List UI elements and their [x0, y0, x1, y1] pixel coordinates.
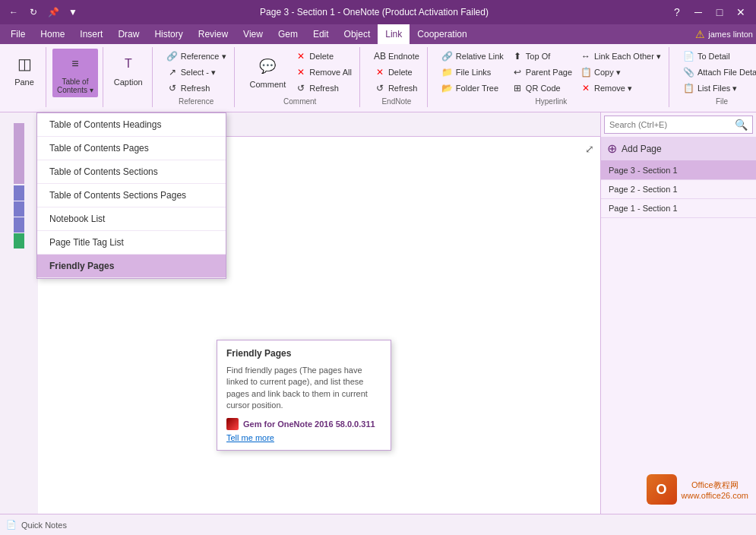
notebook-band-blue3 — [14, 217, 24, 233]
status-left: 📄 Quick Notes — [6, 520, 67, 530]
caption-button[interactable]: T Caption — [109, 49, 147, 90]
tooltip-gem-link[interactable]: Gem for OneNote 2016 58.0.0.311 — [226, 418, 381, 430]
toc-button[interactable]: ≡ Table ofContents ▾ — [52, 49, 98, 97]
comment-button[interactable]: 💬 Comment — [245, 49, 291, 96]
endnote-button[interactable]: AB Endnote — [371, 49, 422, 64]
remove-all-button[interactable]: ✕ Remove All — [292, 65, 355, 80]
close-button[interactable]: ✕ — [732, 5, 750, 20]
endnote-delete-button[interactable]: ✕ Delete — [371, 65, 422, 80]
select-label: Select - ▾ — [181, 68, 216, 78]
menu-file[interactable]: File — [3, 24, 33, 44]
toc-item-page-title-tag[interactable]: Page Title Tag List — [37, 231, 226, 255]
status-bar: 📄 Quick Notes — [0, 514, 756, 535]
menu-edit[interactable]: Edit — [305, 24, 337, 44]
quick-notes-label[interactable]: Quick Notes — [21, 521, 67, 530]
warning-icon: ⚠ — [695, 28, 705, 40]
attach-file-detail-label: Attach File Detail — [697, 68, 756, 77]
relative-link-label: Relative Link — [456, 52, 504, 61]
toc-item-notebook-list[interactable]: Notebook List — [37, 207, 226, 231]
select-button[interactable]: ↗ Select - ▾ — [163, 65, 229, 80]
parent-page-label: Parent Page — [526, 68, 572, 77]
endnote-icon: AB — [374, 50, 386, 62]
minimize-button[interactable]: ─ — [689, 5, 707, 20]
gem-logo-icon — [226, 418, 239, 430]
page-list-item-1[interactable]: Page 2 - Section 1 — [601, 180, 756, 199]
link-each-other-label: Link Each Other ▾ — [594, 52, 661, 62]
tell-me-more-link[interactable]: Tell me more — [226, 433, 381, 442]
endnote-refresh-label: Refresh — [388, 84, 418, 93]
toc-item-headings[interactable]: Table of Contents Headings — [37, 113, 226, 137]
menu-link[interactable]: Link — [378, 24, 410, 44]
status-note-icon: 📄 — [6, 520, 17, 530]
ribbon-group-file: 📄 To Detail 📎 Attach File Detail 📋 List … — [675, 47, 756, 107]
remove-button[interactable]: ✕ Remove ▾ — [577, 81, 664, 96]
page-list-item-2[interactable]: Page 1 - Section 1 — [601, 199, 756, 218]
endnote-group-label: EndNote — [381, 97, 411, 106]
copy-label: Copy ▾ — [594, 68, 621, 78]
top-of-button[interactable]: ⬆ Top Of — [508, 49, 575, 64]
menu-draw[interactable]: Draw — [110, 24, 147, 44]
copy-button[interactable]: 📋 Copy ▾ — [577, 65, 664, 80]
list-files-icon: 📋 — [683, 82, 695, 94]
remove-all-label: Remove All — [309, 68, 352, 77]
file-group-label: File — [716, 97, 728, 106]
menu-history[interactable]: History — [147, 24, 190, 44]
reference-group-label: Reference — [179, 97, 214, 106]
parent-page-button[interactable]: ↩ Parent Page — [508, 65, 575, 80]
toc-item-sections[interactable]: Table of Contents Sections — [37, 160, 226, 184]
add-page-button[interactable]: ⊕ Add Page — [601, 137, 756, 161]
ribbon-group-toc: ≡ Table ofContents ▾ — [48, 47, 103, 107]
forward-icon[interactable]: ↻ — [26, 5, 41, 20]
attach-file-detail-button[interactable]: 📎 Attach File Detail — [680, 65, 756, 80]
toc-item-pages[interactable]: Table of Contents Pages — [37, 137, 226, 160]
menu-home[interactable]: Home — [33, 24, 72, 44]
menu-insert[interactable]: Insert — [72, 24, 110, 44]
comment-refresh-button[interactable]: ↺ Refresh — [292, 81, 355, 96]
relative-link-button[interactable]: 🔗 Relative Link — [438, 49, 507, 64]
notebook-band-green — [14, 233, 24, 249]
toc-item-sections-pages[interactable]: Table of Contents Sections Pages — [37, 184, 226, 207]
folder-tree-button[interactable]: 📂 Folder Tree — [438, 81, 507, 96]
menu-object[interactable]: Object — [337, 24, 378, 44]
back-icon[interactable]: ← — [6, 5, 21, 20]
title-bar: ← ↻ 📌 ▼ Page 3 - Section 1 - OneNote (Pr… — [0, 0, 756, 24]
list-files-button[interactable]: 📋 List Files ▾ — [680, 81, 756, 96]
menu-bar: File Home Insert Draw History Review Vie… — [0, 24, 756, 44]
reference-icon: 🔗 — [166, 50, 179, 62]
remove-label: Remove ▾ — [594, 84, 632, 93]
notebook-band-blue2 — [14, 201, 24, 217]
folder-tree-label: Folder Tree — [456, 84, 498, 93]
hyperlink-group-label: Hyperlink — [536, 97, 568, 106]
office-logo-icon: O — [647, 474, 677, 505]
link-each-other-button[interactable]: ↔ Link Each Other ▾ — [577, 49, 664, 64]
file-links-button[interactable]: 📁 File Links — [438, 65, 507, 80]
endnote-refresh-button[interactable]: ↺ Refresh — [371, 81, 422, 96]
to-detail-button[interactable]: 📄 To Detail — [680, 49, 756, 64]
expand-icon[interactable]: ⤢ — [585, 143, 594, 155]
to-detail-label: To Detail — [697, 52, 730, 61]
remove-icon: ✕ — [580, 82, 592, 94]
search-button[interactable]: 🔍 — [730, 116, 752, 133]
pane-button[interactable]: ◫ Pane — [8, 49, 41, 90]
reference-refresh-label: Refresh — [181, 84, 210, 93]
comment-delete-button[interactable]: ✕ Delete — [292, 49, 355, 64]
menu-gem[interactable]: Gem — [270, 24, 305, 44]
comment-delete-icon: ✕ — [295, 50, 307, 62]
restore-button[interactable]: □ — [710, 5, 729, 20]
menu-view[interactable]: View — [236, 24, 270, 44]
toc-item-friendly-pages[interactable]: Friendly Pages — [37, 255, 226, 278]
reference-button[interactable]: 🔗 Reference ▾ — [163, 49, 229, 64]
quick-access-icon[interactable]: ▼ — [65, 5, 81, 20]
qr-code-button[interactable]: ⊞ QR Code — [508, 81, 575, 96]
endnote-delete-icon: ✕ — [374, 66, 386, 78]
reference-refresh-button[interactable]: ↺ Refresh — [163, 81, 229, 96]
page-list-item-0[interactable]: Page 3 - Section 1 — [601, 161, 756, 180]
reference-refresh-icon: ↺ — [166, 82, 179, 94]
menu-cooperation[interactable]: Cooperation — [410, 24, 474, 44]
top-of-icon: ⬆ — [511, 50, 524, 62]
top-of-label: Top Of — [526, 52, 550, 61]
menu-review[interactable]: Review — [191, 24, 236, 44]
search-input[interactable] — [605, 118, 730, 131]
pin-icon[interactable]: 📌 — [46, 5, 61, 20]
help-button[interactable]: ? — [668, 5, 686, 20]
